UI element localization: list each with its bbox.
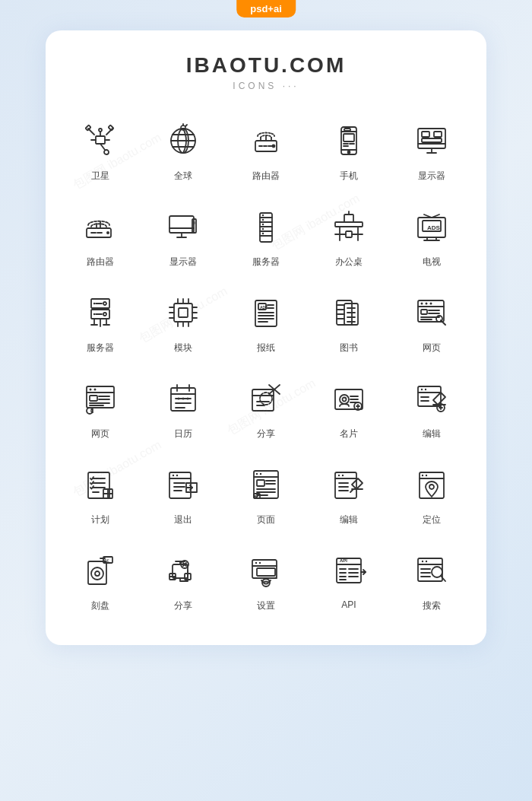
card-subtitle: ICONS ···	[61, 81, 471, 91]
icon-desk: 办公桌	[309, 196, 388, 275]
icon-location: 定位	[392, 454, 471, 532]
svg-text:$€: $€	[104, 558, 109, 563]
icon-search: 搜索	[392, 540, 471, 618]
svg-rect-97	[174, 304, 192, 322]
svg-point-206	[256, 473, 258, 475]
svg-rect-226	[420, 472, 444, 498]
svg-rect-8	[108, 125, 113, 130]
svg-point-134	[430, 303, 432, 305]
icon-edit: 编辑	[309, 454, 388, 532]
icon-router: 路由器	[61, 196, 140, 275]
svg-point-182	[425, 389, 426, 390]
svg-point-132	[421, 303, 423, 305]
svg-point-270	[426, 561, 427, 562]
svg-point-143	[90, 389, 92, 391]
svg-point-200	[176, 475, 178, 476]
svg-point-269	[422, 561, 423, 562]
icon-share: 分享	[144, 540, 223, 618]
svg-point-250	[259, 562, 261, 564]
svg-point-10	[104, 150, 109, 154]
svg-point-89	[93, 313, 95, 315]
svg-rect-32	[344, 134, 354, 141]
icon-webpage: 网页	[61, 368, 140, 447]
svg-rect-41	[422, 132, 429, 137]
icon-disc: $€ 刻盘	[61, 540, 140, 618]
svg-rect-0	[96, 136, 105, 144]
svg-point-144	[94, 389, 97, 391]
svg-point-169	[260, 393, 272, 405]
icons-grid: 卫星 全球	[61, 110, 471, 618]
svg-point-45	[106, 231, 109, 234]
svg-point-63	[262, 215, 264, 216]
svg-point-65	[262, 224, 264, 225]
svg-rect-50	[169, 216, 194, 233]
svg-point-162	[187, 398, 189, 400]
svg-point-249	[255, 562, 257, 564]
svg-point-64	[262, 219, 264, 221]
icon-webpage2: 网页	[392, 282, 471, 361]
top-badge: psd+ai	[236, 0, 296, 17]
svg-point-30	[348, 151, 350, 154]
icon-edit2: 编辑	[392, 368, 471, 447]
icon-exit: 退出	[144, 454, 223, 532]
svg-point-229	[426, 475, 427, 476]
svg-text:ADS: ADS	[260, 305, 268, 310]
svg-rect-31	[344, 129, 350, 131]
svg-point-161	[182, 398, 185, 400]
svg-rect-145	[90, 396, 97, 401]
svg-point-66	[262, 228, 264, 230]
svg-rect-208	[257, 480, 264, 486]
icon-server2: 服务器	[226, 196, 306, 275]
svg-point-181	[421, 389, 423, 390]
svg-point-150	[87, 408, 93, 414]
icon-page: 页面	[226, 454, 306, 532]
svg-point-207	[260, 473, 261, 475]
icon-tv: ADS 电视	[392, 196, 471, 275]
icon-module: 模块	[144, 282, 223, 361]
svg-line-151	[91, 409, 93, 410]
svg-point-160	[178, 398, 180, 400]
svg-rect-135	[421, 310, 427, 314]
svg-rect-42	[434, 132, 442, 137]
icon-settings: 设置	[226, 540, 306, 618]
icon-newspaper: ADS 报纸	[226, 282, 306, 361]
main-card: 包图网 ibaotu.com 包图网 ibaotu.com 包图网 ibaotu…	[46, 30, 486, 645]
svg-point-199	[173, 475, 174, 476]
svg-point-220	[342, 475, 344, 476]
icon-globe: 全球	[144, 110, 223, 189]
icon-monitor2: 显示器	[392, 110, 471, 189]
svg-rect-197	[169, 472, 191, 498]
svg-line-152	[91, 412, 93, 412]
icon-server: 服务器	[61, 282, 140, 361]
icon-plan: 计划	[61, 454, 140, 532]
svg-rect-71	[344, 215, 353, 222]
svg-point-230	[429, 485, 434, 489]
card-title: IBAOTU.COM	[61, 53, 471, 78]
svg-point-23	[273, 145, 275, 148]
svg-point-233	[95, 571, 100, 576]
svg-rect-251	[257, 568, 275, 576]
svg-rect-98	[179, 308, 188, 317]
svg-text:ADS: ADS	[427, 224, 441, 231]
icon-share2: 分享	[226, 368, 306, 447]
svg-point-228	[422, 475, 423, 476]
svg-point-232	[91, 567, 103, 580]
svg-point-175	[343, 398, 347, 402]
icon-mobile: 手机	[309, 110, 388, 189]
svg-line-18	[185, 125, 187, 126]
svg-point-219	[338, 475, 340, 476]
icon-router2: 路由器	[226, 110, 306, 189]
icon-monitor: 显示器	[144, 196, 223, 275]
svg-point-87	[103, 313, 106, 316]
svg-point-133	[426, 303, 428, 305]
icon-calendar: 日历	[144, 368, 223, 447]
icon-satellite: 卫星	[61, 110, 140, 189]
svg-rect-73	[346, 231, 352, 237]
svg-line-9	[100, 144, 105, 150]
svg-point-2	[99, 129, 102, 132]
svg-point-86	[103, 302, 106, 305]
icon-card: 名片	[309, 368, 388, 447]
icon-api: API API	[309, 540, 388, 618]
icon-book: 图书	[309, 282, 388, 361]
svg-point-67	[262, 233, 264, 234]
